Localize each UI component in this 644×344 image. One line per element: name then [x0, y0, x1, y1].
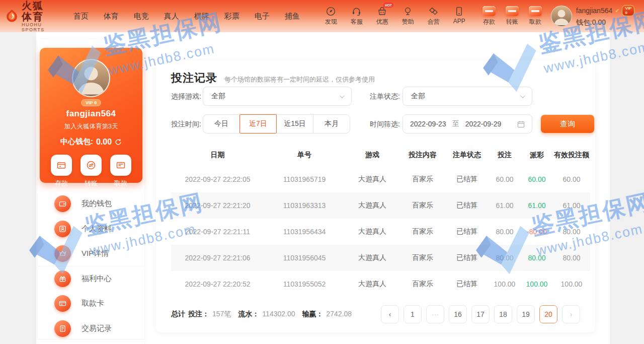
app-link[interactable]: APP	[450, 6, 468, 26]
sidebar-item-benefits[interactable]: 福利中心	[38, 266, 144, 292]
nav-item-esports[interactable]: 电竞	[134, 12, 149, 21]
sponsor-label: 赞助	[402, 18, 414, 26]
center-wallet-value: 0.00	[96, 137, 112, 147]
status-select[interactable]: 全部	[403, 87, 532, 106]
page-subtitle: 每个场馆的数据将有一定时间的延迟，仅供参考使用	[224, 75, 375, 84]
page-button-1[interactable]: 1	[404, 305, 422, 323]
time-option-month[interactable]: 本月	[313, 114, 350, 133]
top-navbar: 火狐体育 HUOHU SPORTS 首页 体育 电竞 真人 棋牌 彩票 电子 捕…	[0, 0, 644, 32]
page-background-left	[0, 32, 36, 344]
total-label: 总计	[171, 310, 185, 319]
date-start: 2022-09-23	[410, 120, 446, 128]
center-wallet-label: 中心钱包:	[60, 137, 93, 147]
calendar-icon	[517, 120, 525, 128]
support-link[interactable]: 客服	[348, 6, 366, 26]
gift-basket-icon	[377, 6, 387, 17]
col-order: 单号	[264, 151, 345, 160]
page-button-19[interactable]: 19	[517, 305, 535, 323]
nav-item-slots[interactable]: 电子	[255, 12, 270, 21]
turnover-value: 114302.00	[262, 310, 295, 318]
page-button-17[interactable]: 17	[471, 305, 490, 323]
partner-link[interactable]: 合营	[425, 6, 443, 26]
vip-crown-icon	[54, 245, 71, 262]
time-range-button-group: 今日 近7日 近15日 本月	[203, 114, 350, 133]
wallet-balance: 钱包:0.00	[576, 18, 634, 27]
transfer-label: 转账	[506, 18, 518, 26]
compass-icon	[326, 6, 336, 17]
quick-links: 发现 客服 HOT 优惠 赞助	[322, 6, 468, 26]
discover-label: 发现	[325, 18, 337, 26]
sidebar-item-profile[interactable]: 个人资料	[38, 217, 144, 242]
sidebar-menu: 我的钱包 个人资料 VIP详情 福利中心	[38, 191, 144, 341]
page-button-16[interactable]: 16	[449, 305, 467, 323]
col-status: 注单状态	[445, 151, 489, 160]
nav-item-home[interactable]: 首页	[73, 12, 89, 21]
nav-item-live[interactable]: 真人	[164, 12, 179, 21]
prev-page-button[interactable]: ‹	[381, 305, 399, 323]
col-game: 游戏	[345, 151, 400, 160]
withdraw-button[interactable]: 取款	[110, 155, 131, 188]
join-days-text: 加入火狐体育第3天	[40, 122, 142, 131]
winloss-label: 输赢：	[302, 310, 324, 319]
bets-label: 投注：	[188, 310, 209, 319]
avatar[interactable]	[551, 6, 572, 27]
promo-link[interactable]: HOT 优惠	[373, 6, 391, 26]
avatar-silhouette	[73, 60, 109, 96]
partner-tags-icon	[428, 6, 439, 17]
avatar[interactable]	[72, 59, 110, 97]
nav-item-lottery[interactable]: 彩票	[224, 12, 239, 21]
filter-row-selects: 选择游戏: 全部 注单状态: 全部	[156, 87, 595, 106]
game-select-value: 全部	[211, 92, 225, 101]
search-button[interactable]: 查询	[541, 115, 594, 133]
wallet-shortcuts: 存款 转账 取款	[482, 6, 542, 26]
transfer-button[interactable]: 转账	[80, 155, 102, 188]
time-option-today[interactable]: 今日	[203, 114, 240, 133]
chevron-down-icon	[520, 93, 525, 98]
next-page-button[interactable]: ›	[562, 305, 580, 323]
transfer-shortcut[interactable]: 转账	[506, 6, 519, 26]
game-select[interactable]: 全部	[203, 87, 352, 106]
discover-link[interactable]: 发现	[322, 6, 340, 26]
nav-item-sports[interactable]: 体育	[104, 12, 119, 21]
phone-icon	[454, 6, 464, 17]
bets-value: 157笔	[212, 310, 231, 319]
date-separator: 至	[452, 119, 459, 128]
sidebar-item-vip[interactable]: VIP详情	[38, 241, 144, 266]
time-option-7days[interactable]: 近7日	[239, 114, 277, 133]
brand-title: 火狐体育	[22, 0, 52, 22]
table-row: 2022-09-27 22:20:52 11031955052 大遊真人 百家乐…	[171, 271, 590, 297]
brand-logo[interactable]: 火狐体育 HUOHU SPORTS	[4, 0, 52, 32]
transfer-icon	[506, 6, 519, 16]
deposit-icon	[482, 6, 496, 16]
col-bet: 投注	[489, 151, 521, 160]
user-card: VIP 0 fangjian564 加入火狐体育第3天 中心钱包: 0.00 存…	[40, 48, 142, 183]
sidebar-item-my-wallet[interactable]: 我的钱包	[38, 191, 144, 217]
nav-item-chess[interactable]: 棋牌	[194, 12, 209, 21]
sidebar-item-withdraw-card[interactable]: 取款卡	[38, 291, 144, 316]
table-header: 日期 单号 游戏 投注内容 注单状态 投注 派彩 有效投注额	[171, 144, 590, 166]
withdraw-icon	[110, 155, 131, 176]
deposit-shortcut[interactable]: 存款	[482, 6, 496, 26]
table-summary-row: 总计 投注： 157笔 流水： 114302.00 输赢： 2742.08 ‹ …	[171, 305, 580, 323]
date-range-picker[interactable]: 2022-09-23 至 2022-09-29	[403, 114, 532, 133]
page-title: 投注记录	[171, 71, 217, 86]
withdraw-shortcut[interactable]: 取款	[529, 6, 542, 26]
page-button-18[interactable]: 18	[494, 305, 512, 323]
vip-level-badge: VIP 0	[81, 99, 101, 106]
filter-row-time: 投注时间: 今日 近7日 近15日 本月 时间筛选: 2022-09-23 至 …	[156, 114, 595, 133]
page-ellipsis[interactable]: ···	[426, 305, 444, 323]
nav-item-fishing[interactable]: 捕鱼	[285, 12, 300, 21]
deposit-label: 存款	[483, 18, 495, 26]
username: fangjian564	[40, 109, 142, 119]
withdraw-icon	[529, 6, 542, 16]
refresh-icon[interactable]	[115, 139, 122, 146]
sidebar-item-transactions[interactable]: 交易记录	[38, 316, 144, 341]
table-row: 2022-09-27 22:21:06 11031956045 大遊真人 百家乐…	[171, 245, 590, 271]
sponsor-link[interactable]: 赞助	[399, 6, 417, 26]
withdraw-label: 取款	[529, 18, 541, 26]
col-valid: 有效投注额	[553, 151, 590, 160]
deposit-button[interactable]: 存款	[51, 155, 72, 188]
time-option-15days[interactable]: 近15日	[276, 114, 313, 133]
user-info[interactable]: fangjian564 ✔ VIP 0 钱包:0.00	[551, 5, 634, 27]
page-button-20-active[interactable]: 20	[539, 305, 557, 323]
